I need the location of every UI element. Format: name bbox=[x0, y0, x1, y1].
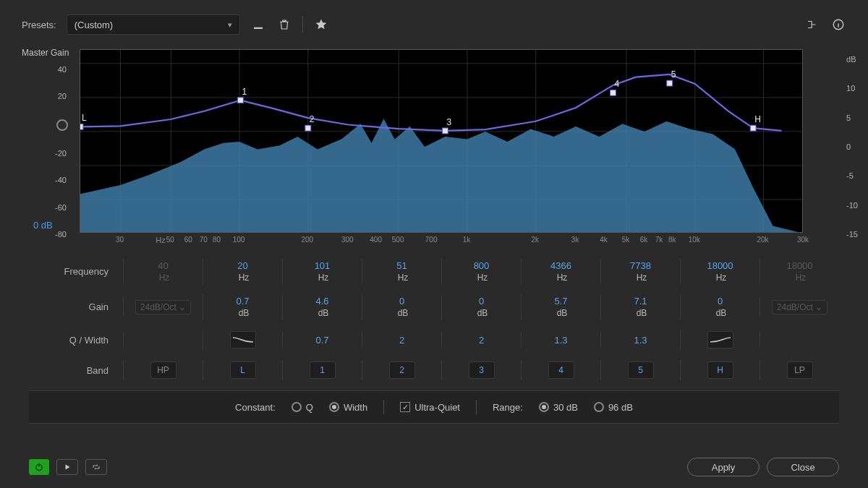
x-tick: 3k bbox=[571, 236, 579, 244]
band-1-q[interactable]: 0.7 bbox=[282, 332, 362, 348]
separator bbox=[302, 17, 303, 33]
separator bbox=[476, 400, 477, 414]
close-button[interactable]: Close bbox=[767, 458, 839, 476]
x-tick: 300 bbox=[341, 236, 354, 244]
x-tick: 200 bbox=[302, 236, 314, 244]
band-3-gain[interactable]: 0dB bbox=[441, 294, 521, 320]
band-handle[interactable] bbox=[442, 128, 448, 134]
band-5-freq[interactable]: 7738Hz bbox=[600, 259, 680, 284]
y-right-tick: -15 bbox=[846, 230, 858, 239]
band-L-band[interactable]: L bbox=[203, 360, 282, 380]
band-toggle-3[interactable]: 3 bbox=[469, 361, 495, 379]
eq-window: Presets: (Custom) ▾ Master Gain 4020-20-… bbox=[0, 0, 868, 488]
range-label: Range: bbox=[493, 402, 523, 413]
range-30-radio[interactable]: 30 dB bbox=[539, 402, 578, 413]
x-axis-unit: Hz bbox=[156, 236, 165, 244]
band-handle[interactable] bbox=[610, 90, 616, 95]
save-preset-icon[interactable] bbox=[250, 17, 266, 33]
ultra-quiet-checkbox[interactable]: ✓Ultra-Quiet bbox=[400, 402, 460, 413]
x-tick: 100 bbox=[233, 236, 245, 244]
band-4-freq[interactable]: 4366Hz bbox=[521, 259, 600, 284]
band-hp-band[interactable]: HP bbox=[123, 360, 203, 380]
x-tick: 60 bbox=[184, 236, 192, 244]
row-label-qwidth: Q / Width bbox=[29, 335, 123, 346]
band-L-gain[interactable]: 0.7dB bbox=[203, 294, 282, 320]
band-H-band[interactable]: H bbox=[680, 360, 760, 380]
y-right-tick: 5 bbox=[846, 114, 851, 122]
row-label-frequency: Frequency bbox=[29, 266, 123, 277]
row-label-gain: Gain bbox=[29, 301, 123, 312]
routing-icon[interactable] bbox=[804, 17, 820, 33]
x-tick: 2k bbox=[531, 236, 539, 244]
band-toggle-5[interactable]: 5 bbox=[628, 361, 654, 379]
band-5-band[interactable]: 5 bbox=[600, 360, 680, 380]
band-lp-band[interactable]: LP bbox=[760, 360, 839, 380]
power-toggle[interactable] bbox=[29, 459, 49, 475]
band-toggle-hp[interactable]: HP bbox=[150, 361, 176, 379]
preset-dropdown[interactable]: (Custom) ▾ bbox=[67, 14, 240, 35]
x-tick: 10k bbox=[689, 236, 700, 244]
master-gain-value[interactable]: 0 dB bbox=[33, 220, 53, 231]
y-left-tick: 40 bbox=[58, 65, 67, 74]
band-1-gain[interactable]: 4.6dB bbox=[282, 294, 362, 320]
band-H-freq[interactable]: 18000Hz bbox=[680, 259, 760, 284]
band-toggle-H[interactable]: H bbox=[707, 361, 733, 379]
band-4-band[interactable]: 4 bbox=[521, 360, 600, 380]
x-tick: 400 bbox=[370, 236, 382, 244]
band-3-band[interactable]: 3 bbox=[441, 360, 521, 380]
band-handle[interactable] bbox=[750, 125, 756, 131]
constant-q-radio[interactable]: Q bbox=[292, 402, 313, 413]
band-handle[interactable] bbox=[80, 124, 83, 129]
y-left-tick: 20 bbox=[58, 92, 67, 100]
band-4-q[interactable]: 1.3 bbox=[521, 332, 600, 348]
y-right-tick: 0 bbox=[846, 142, 851, 151]
star-icon[interactable] bbox=[313, 17, 329, 33]
band-handle[interactable] bbox=[305, 125, 311, 131]
band-5-q[interactable]: 1.3 bbox=[600, 332, 680, 348]
high-shelf-icon[interactable] bbox=[707, 331, 733, 348]
band-4-gain[interactable]: 5.7dB bbox=[521, 294, 600, 320]
band-toggle-1[interactable]: 1 bbox=[310, 361, 336, 379]
band-toggle-lp[interactable]: LP bbox=[787, 361, 813, 379]
band-3-freq[interactable]: 800Hz bbox=[441, 259, 521, 284]
band-toggle-L[interactable]: L bbox=[230, 361, 256, 379]
preview-play-button[interactable] bbox=[56, 459, 78, 475]
band-toggle-4[interactable]: 4 bbox=[548, 361, 574, 379]
bands-table: Frequency40Hz20Hz101Hz51Hz800Hz4366Hz773… bbox=[29, 259, 839, 380]
band-2-q[interactable]: 2 bbox=[362, 332, 441, 348]
band-5-gain[interactable]: 7.1dB bbox=[600, 294, 680, 320]
y-left-tick bbox=[56, 119, 68, 131]
band-toggle-2[interactable]: 2 bbox=[389, 361, 415, 379]
band-lp-freq: 18000Hz bbox=[760, 259, 839, 284]
band-lp-q bbox=[760, 332, 839, 348]
x-tick: 700 bbox=[425, 236, 438, 244]
band-handle[interactable] bbox=[667, 80, 673, 86]
band-handle[interactable] bbox=[237, 98, 243, 103]
range-96-radio[interactable]: 96 dB bbox=[594, 402, 633, 413]
loop-icon[interactable] bbox=[85, 459, 107, 475]
band-1-band[interactable]: 1 bbox=[282, 360, 362, 380]
band-2-freq[interactable]: 51Hz bbox=[362, 259, 441, 284]
constant-width-radio[interactable]: Width bbox=[329, 402, 367, 413]
band-handle-label: 3 bbox=[446, 117, 451, 127]
x-tick: 20k bbox=[757, 236, 768, 244]
apply-button[interactable]: Apply bbox=[687, 458, 760, 476]
eq-graph[interactable]: L12345H bbox=[80, 49, 803, 233]
trash-icon[interactable] bbox=[276, 17, 292, 33]
row-label-band: Band bbox=[29, 365, 123, 376]
band-1-freq[interactable]: 101Hz bbox=[282, 259, 362, 284]
topbar: Presets: (Custom) ▾ bbox=[0, 9, 868, 46]
band-L-freq[interactable]: 20Hz bbox=[203, 259, 282, 284]
band-H-gain[interactable]: 0dB bbox=[680, 294, 760, 320]
band-L-q[interactable] bbox=[203, 330, 282, 350]
band-3-q[interactable]: 2 bbox=[441, 332, 521, 348]
band-2-gain[interactable]: 0dB bbox=[362, 294, 441, 320]
band-H-q[interactable] bbox=[680, 330, 760, 350]
band-hp-freq: 40Hz bbox=[123, 259, 203, 284]
band-2-band[interactable]: 2 bbox=[362, 360, 441, 380]
band-handle-label: H bbox=[754, 114, 761, 124]
low-shelf-icon[interactable] bbox=[230, 331, 256, 348]
y-right-unit: dB bbox=[846, 55, 856, 64]
y-axis-right: dB1050-5-10-15 bbox=[846, 55, 858, 239]
info-icon[interactable] bbox=[830, 17, 846, 33]
